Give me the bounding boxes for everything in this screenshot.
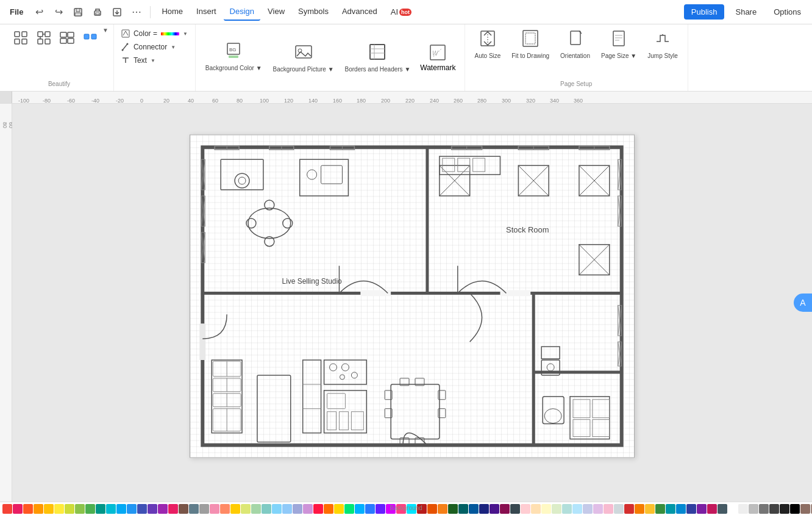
nav-design[interactable]: Design (224, 3, 260, 21)
save-button[interactable] (69, 4, 87, 21)
color-swatch-item[interactable] (697, 504, 707, 514)
color-swatch-item[interactable] (75, 504, 85, 514)
color-swatch-item[interactable] (759, 504, 769, 514)
color-swatch-item[interactable] (427, 504, 437, 514)
color-swatch-item[interactable] (769, 504, 779, 514)
color-swatch-item[interactable] (552, 504, 561, 514)
color-row[interactable]: Color = ▼ (119, 28, 190, 39)
color-swatch-item[interactable] (490, 504, 499, 514)
color-swatch-item[interactable] (438, 504, 447, 514)
color-swatch-item[interactable] (96, 504, 105, 514)
beautify-more-arrow[interactable]: ▼ (102, 27, 109, 49)
color-swatch-item[interactable] (686, 504, 696, 514)
color-swatch-item[interactable] (614, 504, 624, 514)
color-swatch-item[interactable] (541, 504, 551, 514)
color-swatch-item[interactable] (116, 504, 126, 514)
color-swatch-item[interactable] (65, 504, 74, 514)
options-button[interactable]: Options (767, 4, 807, 20)
color-swatch-item[interactable] (510, 504, 520, 514)
bg-picture-button[interactable]: Background Picture ▼ (268, 40, 339, 76)
color-swatch-item[interactable] (44, 504, 54, 514)
color-swatch-item[interactable] (738, 504, 748, 514)
color-swatch-item[interactable] (624, 504, 634, 514)
connector-row[interactable]: Connector ▼ (119, 41, 190, 52)
color-swatch-item[interactable] (272, 504, 282, 514)
nav-insert[interactable]: Insert (190, 3, 223, 21)
publish-button[interactable]: Publish (684, 4, 725, 20)
color-swatch-item[interactable] (137, 504, 147, 514)
color-swatch-item[interactable] (282, 504, 292, 514)
fit-drawing-button[interactable]: Fit to Drawing (507, 27, 554, 62)
color-swatch-item[interactable] (344, 504, 354, 514)
undo-button[interactable]: ↩ (30, 4, 48, 21)
color-swatch-item[interactable] (572, 504, 582, 514)
color-swatch-item[interactable] (334, 504, 344, 514)
color-swatch-item[interactable] (34, 504, 43, 514)
share-button[interactable]: Share (729, 4, 763, 20)
color-swatch-item[interactable] (645, 504, 655, 514)
color-swatch-item[interactable] (790, 504, 800, 514)
color-swatch-item[interactable] (54, 504, 64, 514)
canvas-area[interactable]: Live Selling Studio (12, 104, 812, 502)
color-swatch-item[interactable] (179, 504, 188, 514)
color-swatch-item[interactable] (313, 504, 323, 514)
color-swatch-item[interactable] (583, 504, 593, 514)
nav-advanced[interactable]: Advanced (336, 3, 383, 21)
more-button[interactable]: ⋯ (128, 4, 145, 21)
color-swatch-item[interactable] (635, 504, 644, 514)
color-swatch-item[interactable] (500, 504, 510, 514)
beautify-icon2[interactable] (33, 27, 55, 49)
color-swatch-item[interactable] (127, 504, 137, 514)
color-swatch-item[interactable] (749, 504, 758, 514)
color-swatch-item[interactable] (707, 504, 717, 514)
color-swatch-item[interactable] (562, 504, 572, 514)
color-swatch-item[interactable] (521, 504, 530, 514)
color-swatch-item[interactable] (479, 504, 489, 514)
color-swatch-item[interactable] (593, 504, 603, 514)
beautify-icon1[interactable] (10, 27, 32, 49)
borders-button[interactable]: Borders and Headers ▼ (340, 40, 416, 76)
color-swatch-item[interactable] (106, 504, 116, 514)
color-swatch-item[interactable] (168, 504, 178, 514)
color-swatch-item[interactable] (324, 504, 333, 514)
nav-ai[interactable]: AIhot (385, 3, 418, 21)
nav-view[interactable]: View (262, 3, 291, 21)
color-swatch-item[interactable] (148, 504, 157, 514)
color-swatch-item[interactable] (676, 504, 686, 514)
color-swatch-item[interactable] (220, 504, 230, 514)
color-swatch-item[interactable] (448, 504, 458, 514)
color-swatch-item[interactable] (604, 504, 613, 514)
color-swatch-item[interactable] (303, 504, 313, 514)
color-swatch-item[interactable] (469, 504, 479, 514)
color-swatch-item[interactable] (718, 504, 727, 514)
watermark-button[interactable]: W Watermark (416, 41, 459, 74)
color-swatch-item[interactable] (23, 504, 33, 514)
color-swatch-item[interactable] (210, 504, 219, 514)
color-swatch-item[interactable] (365, 504, 375, 514)
export-button[interactable] (109, 4, 126, 21)
jump-style-button[interactable]: Jump Style (643, 27, 682, 62)
color-swatch-item[interactable] (85, 504, 95, 514)
beautify-icon3[interactable] (56, 27, 78, 49)
color-swatch-item[interactable] (2, 504, 12, 514)
color-swatch-item[interactable] (251, 504, 261, 514)
print-button[interactable] (89, 4, 106, 21)
beautify-icon4[interactable] (79, 27, 101, 49)
color-swatch-item[interactable] (728, 504, 738, 514)
color-swatch-item[interactable] (458, 504, 468, 514)
color-swatch-item[interactable] (262, 504, 271, 514)
redo-button[interactable]: ↪ (50, 4, 67, 21)
color-swatch-item[interactable] (355, 504, 365, 514)
file-button[interactable]: File (5, 5, 28, 19)
color-swatch-item[interactable] (376, 504, 385, 514)
auto-size-button[interactable]: Auto Size (470, 27, 506, 62)
ai-assistant-button[interactable]: A (794, 294, 812, 312)
color-swatch-item[interactable] (230, 504, 240, 514)
text-row[interactable]: Text ▼ (119, 55, 190, 66)
bg-color-button[interactable]: BG Background Color ▼ (201, 39, 267, 74)
color-swatch-item[interactable] (158, 504, 168, 514)
color-swatch-item[interactable] (655, 504, 665, 514)
nav-home[interactable]: Home (155, 3, 189, 21)
color-swatch-item[interactable] (780, 504, 789, 514)
color-swatch-item[interactable] (189, 504, 199, 514)
